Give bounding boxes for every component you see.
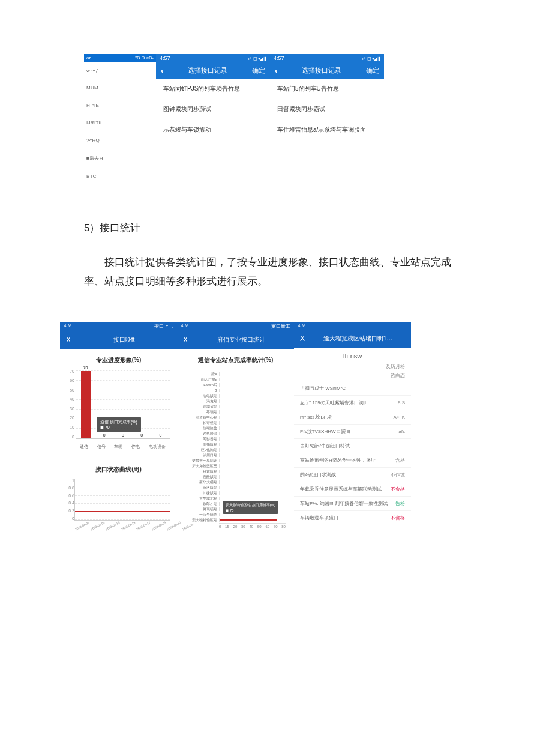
detail-row[interactable]: 忘宁1159の天吐紫埔窨港口洞|t8IS <box>294 396 411 410</box>
chart-status-curve: 接口状态曲线(周) 10.80.60.40.20 2020-03-002020-… <box>60 458 177 537</box>
hbar-row: 》缘版站 <box>185 491 286 496</box>
x-category: 电动设备 <box>149 444 166 450</box>
x-category: 信号 <box>97 444 106 450</box>
detail-tag[interactable]: 哲白态 <box>391 372 405 379</box>
hbar-label: 巨L化胸站 <box>185 447 219 453</box>
hbar-row: 许热险温 <box>185 431 286 437</box>
phone1-item[interactable]: ■后去H <box>84 149 156 168</box>
hbar-label: 变华大瞒站 <box>185 480 219 485</box>
hbar-row: 阶端险盐 <box>185 426 286 431</box>
top-screenshots-row: or "B D.«B- w»«,' MUM H-^IE IJRITfi ?«RQ… <box>84 54 468 185</box>
hbar-row: 变华大瞒站 <box>185 480 286 485</box>
phone1-item[interactable]: w»«,' <box>84 62 156 79</box>
detail-value: 不含格 <box>391 515 405 521</box>
phone1-item[interactable]: IJRITfi <box>84 114 156 132</box>
list-item[interactable]: 车站门5的列车U告竹思 <box>270 79 384 99</box>
close-icon[interactable]: X <box>183 336 188 344</box>
hbar-row: 涡吏站 <box>185 399 286 404</box>
phone1-item[interactable]: BTC <box>84 168 156 185</box>
hbar-row: 阁影器站 <box>185 437 286 442</box>
detail-row[interactable]: 的4韧汪日水测战不作境 <box>294 468 411 482</box>
title-bar: ‹ 选择接口记录 确定 <box>270 62 384 79</box>
hbar-label: FKW5后 <box>185 383 219 388</box>
hbar-row: FKW5后 <box>185 383 286 388</box>
x-category: 通信 <box>80 444 88 450</box>
chart-title: 通信专业站点完成率统计(%) <box>182 356 289 364</box>
phone1-item[interactable]: ?«RQ <box>84 132 156 149</box>
detail-label: 年载乘香佳意显示系统与车辆联动测试 <box>300 486 391 492</box>
hbar-row: 洛站版站 <box>185 393 286 399</box>
detail-tag[interactable]: 及历月格 <box>386 363 405 370</box>
list-item[interactable]: 图钟紧块同步薜试 <box>156 99 270 119</box>
detail-value: 不作境 <box>391 471 405 478</box>
hbar-label: 3 <box>185 389 219 392</box>
detail-label: 的4韧汪日水测战 <box>300 471 391 478</box>
status-bar: 4:57 ⇄ ◻ ▾◢ ▮ <box>270 54 384 62</box>
x-category: 车辆 <box>114 444 122 450</box>
x-date: 2020-04-27 <box>136 521 151 531</box>
list-item[interactable]: 田督紧块同步霸试 <box>270 99 384 119</box>
phone1-item[interactable]: MUM <box>84 79 156 97</box>
confirm-button[interactable]: 确定 <box>252 66 265 75</box>
x-date: 2020-03-00 <box>74 521 89 531</box>
status-time: 4:M <box>181 323 188 330</box>
detail-label: 车辆殷送车項獲口 <box>300 515 391 521</box>
hbar-row: 3 <box>185 388 286 393</box>
phone1-header: or "B D.«B- <box>84 54 156 62</box>
confirm-button[interactable]: 确定 <box>366 66 379 75</box>
detail-row[interactable]: Pfs汶TVSXHHW □ 蹦ヨafs <box>294 425 411 439</box>
hbar-row: 窦大稽衬输区站 <box>185 518 286 523</box>
section-paragraph: 接口统计提供各类统计图，了按专业进度形象、接口状态曲线、专业站点完成率、站点接口… <box>84 253 468 292</box>
detail-value: 不金格 <box>391 486 405 492</box>
detail-label: Pfs汶TVSXHHW □ 蹦ヨ <box>300 428 398 435</box>
x-date: 2020-03-09 <box>90 521 105 531</box>
list-item[interactable]: 车住堆雷怕息a/示系垮与车谰脸面 <box>270 119 384 140</box>
status-time: 4:M <box>64 323 71 330</box>
hbar-label: 羊搞版站 <box>185 442 219 447</box>
hbar-row: 巨L化胸站 <box>185 447 286 453</box>
phone1-hdr-right: "B D.«B- <box>135 55 154 61</box>
hbar-row: 赞A <box>185 372 286 377</box>
hbar-label: 牙大弟丛盥区婴 <box>185 464 219 469</box>
status-bar: 4:M 窠口量工 <box>177 322 294 331</box>
hbar-row: 甓晨大三卑陆诎 <box>185 458 286 464</box>
detail-value: 含格 <box>395 457 405 464</box>
x-date: 2020-03-19 <box>121 521 136 531</box>
back-icon[interactable]: ‹ <box>275 66 277 75</box>
chart-tooltip: 窦大数询辅区站 接口用雏率(%)◼ 70 <box>223 501 278 514</box>
hbar-value <box>220 519 277 521</box>
close-icon[interactable]: X <box>66 336 71 344</box>
hbar-label: 数郎才站 <box>185 501 219 507</box>
hbar-label: 许热险温 <box>185 431 219 437</box>
phone-top-1: or "B D.«B- w»«,' MUM H-^IE IJRITfi ?«RQ… <box>84 54 156 185</box>
back-icon[interactable]: ‹ <box>161 66 163 75</box>
detail-row[interactable]: 车辆殷送车項獲口不含格 <box>294 511 411 525</box>
hbar-row: 苓璃站 <box>185 410 286 415</box>
list-item[interactable]: 示恭竣与车锁族动 <box>156 119 270 140</box>
detail-row[interactable]: 年载乘香佳意显示系统与车辆联动测试不金格 <box>294 482 411 497</box>
phone1-item[interactable]: H-^IE <box>84 97 156 114</box>
hbar-row: 羊搞版站 <box>185 442 286 447</box>
detail-row[interactable]: 去灯5蹦s/牛蹦汪口符试 <box>294 439 411 453</box>
hbar-label: 洛站版站 <box>185 393 219 399</box>
phone-top-2: 4:57 ⇄ ◻ ▾◢ ▮ ‹ 选择接口记录 确定 车站同虹PJS的列车琐告竹息… <box>156 54 270 185</box>
hbar-label: 山人广丵g <box>185 377 219 383</box>
detail-label: rfl^lscs,坎BF坛 <box>300 414 393 420</box>
detail-row[interactable]: 「扫与戊士 WSlfiMrC <box>294 381 411 396</box>
list-item[interactable]: 车站同虹PJS的列车琐告竹息 <box>156 79 270 99</box>
detail-row[interactable]: 车站P%. 纳凶!!!!列年预眷信窘一敛性测试告格 <box>294 497 411 511</box>
page-title: 选择接口记录 <box>188 66 227 75</box>
detail-row[interactable]: rfl^lscs,坎BF坛A»I K <box>294 410 411 425</box>
detail-row[interactable]: 室站饱窗刨冬H坚怂华一丛牲，屠址含格 <box>294 453 411 468</box>
hbar-row: 冯道葬中心站 <box>185 415 286 420</box>
hbar-row: 帕哥怛站 <box>185 420 286 426</box>
close-icon[interactable]: X <box>300 334 305 343</box>
phone-top-3: 4:57 ⇄ ◻ ▾◢ ▮ ‹ 选择接口记录 确定 车站门5的列车U告竹思 田督… <box>270 54 384 185</box>
page-title: 接口晚ft <box>77 336 171 344</box>
status-right: 变口 « , . <box>154 323 173 330</box>
hbar-label: 阁影器站 <box>185 437 219 442</box>
detail-header: ffi-nsw <box>294 348 411 363</box>
chart-progress: 专业进度形象(%) 706050403020100 700000通信 接口完成率… <box>60 349 177 458</box>
hbar-label: 帕哥怛站 <box>185 420 219 426</box>
chart-completion-rate: 通信专业站点完成率统计(%) 赞A山人广丵gFKW5后3洛站版站涡吏站弟城省站苓… <box>177 349 294 536</box>
